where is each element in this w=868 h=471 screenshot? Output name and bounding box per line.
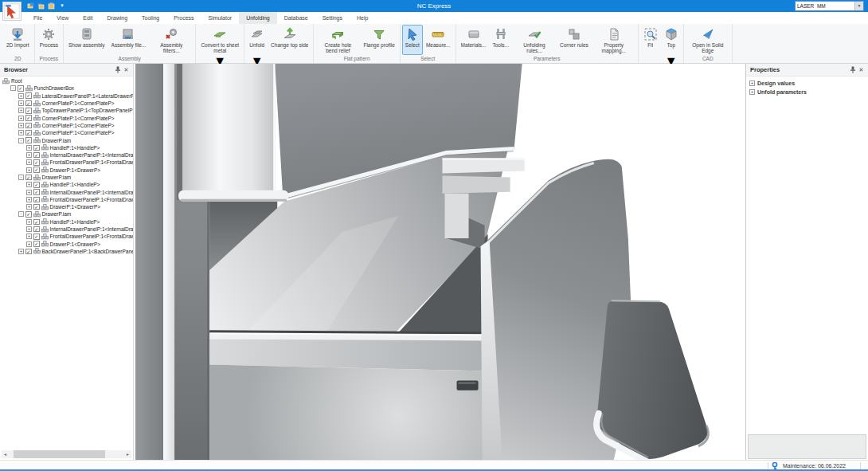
ribbon-button-measure[interactable]: Measure...	[423, 25, 454, 55]
tree-item-root[interactable]: Root	[0, 77, 133, 84]
tree-item-handlep[interactable]: +✓HandleP:1<HandleP>	[0, 144, 133, 151]
ribbon-button-convert-to-sheet-metal[interactable]: Convert to sheet metal ▼	[197, 25, 242, 69]
expand-icon[interactable]: +	[18, 93, 24, 99]
expand-icon[interactable]: +	[18, 116, 24, 121]
visibility-checkbox[interactable]: ✓	[33, 226, 40, 233]
tree-item-handlep[interactable]: +✓HandleP:1<HandleP>	[0, 218, 133, 226]
menu-tab-file[interactable]: File	[26, 12, 49, 24]
expand-icon[interactable]: +	[18, 123, 24, 128]
tree-item-internaldrawerpanelp[interactable]: +✓InternalDrawerPanelP:1<InternalDrawerP…	[0, 226, 133, 233]
visibility-checkbox[interactable]: ✓	[33, 219, 40, 226]
tree-item-backdrawerpanelp[interactable]: +✓BackDrawerPanelP:1<BackDrawerPanelP>	[0, 248, 133, 255]
pin-icon[interactable]	[113, 65, 122, 74]
scrollbar-thumb[interactable]	[14, 450, 105, 458]
visibility-checkbox[interactable]: ✓	[33, 197, 40, 203]
menu-tab-edit[interactable]: Edit	[76, 12, 100, 24]
close-icon[interactable]: ✕	[122, 65, 131, 74]
expand-icon[interactable]: +	[26, 197, 32, 202]
ribbon-button-open-in-solid-edge[interactable]: Open in Solid Edge	[686, 25, 730, 55]
horizontal-scrollbar[interactable]: ◄ ►	[2, 450, 131, 458]
menu-tab-settings[interactable]: Settings	[315, 12, 350, 24]
visibility-checkbox[interactable]: ✓	[25, 137, 32, 143]
expand-icon[interactable]: +	[26, 234, 32, 239]
menu-tab-view[interactable]: View	[49, 12, 76, 24]
properties-item-design-values[interactable]: + Design values	[749, 79, 868, 88]
collapse-icon[interactable]: -	[18, 138, 24, 143]
visibility-checkbox[interactable]: ✓	[25, 249, 32, 255]
collapse-icon[interactable]: -	[18, 175, 24, 180]
visibility-checkbox[interactable]: ✓	[33, 241, 40, 247]
properties-item-unfold-parameters[interactable]: + Unfold parameters	[749, 88, 868, 96]
tree-item-cornerplatep[interactable]: +✓CornerPlateP:1<CornerPlateP>	[0, 122, 133, 129]
ribbon-button-2d-import[interactable]: 2D Import	[3, 25, 33, 55]
expand-icon[interactable]: +	[18, 100, 24, 106]
ribbon-button-assembly-filters[interactable]: Assembly filters...	[149, 25, 194, 55]
expand-icon[interactable]: +	[26, 152, 32, 158]
tree-item-drawerp-iam[interactable]: -✓DrawerP.iam	[0, 210, 133, 218]
visibility-checkbox[interactable]: ✓	[33, 204, 40, 210]
expand-icon[interactable]: +	[26, 219, 32, 225]
visibility-checkbox[interactable]: ✓	[25, 100, 32, 107]
visibility-checkbox[interactable]: ✓	[25, 123, 32, 129]
ribbon-button-create-hole-bend-relief[interactable]: Create hole bend relief	[315, 25, 360, 55]
expand-icon[interactable]: +	[26, 167, 32, 173]
expand-icon[interactable]: +	[18, 130, 24, 135]
tree-item-cornerplatep[interactable]: +✓CornerPlateP:1<CornerPlateP>	[0, 100, 133, 107]
tree-item-drawerp[interactable]: +✓DrawerP:1<DrawerP>	[0, 203, 133, 210]
visibility-checkbox[interactable]: ✓	[33, 167, 40, 173]
tree-item-drawerp[interactable]: +✓DrawerP:1<DrawerP>	[0, 241, 133, 248]
tree-item-drawerp-iam[interactable]: -✓DrawerP.iam	[0, 136, 133, 143]
ribbon-button-top[interactable]: Top ▼	[661, 25, 682, 69]
chevron-down-icon[interactable]: ▼	[854, 2, 863, 10]
expand-icon[interactable]: +	[26, 226, 32, 232]
ribbon-button-corner-rules[interactable]: Corner rules	[557, 25, 592, 55]
ribbon-button-change-top-side[interactable]: Change top side	[268, 25, 311, 55]
visibility-checkbox[interactable]: ✓	[25, 211, 32, 218]
expand-icon[interactable]: +	[749, 89, 755, 95]
pin-icon[interactable]	[848, 65, 857, 74]
expand-icon[interactable]: +	[26, 145, 32, 151]
menu-tab-drawing[interactable]: Drawing	[100, 12, 135, 24]
tree-item-lateraldrawerpanelp[interactable]: +✓LateralDrawerPanelP:1<LateralDrawerPan…	[0, 92, 133, 100]
close-icon[interactable]: ✕	[857, 65, 866, 74]
menu-tab-simulator[interactable]: Simulator	[201, 12, 240, 24]
ribbon-button-unfolding-rules[interactable]: Unfolding rules...	[512, 25, 557, 55]
expand-icon[interactable]: +	[18, 108, 24, 113]
tree-item-cornerplatep[interactable]: +✓CornerPlateP:1<CornerPlateP>	[0, 114, 133, 121]
collapse-icon[interactable]: -	[10, 85, 16, 91]
menu-tab-tooling[interactable]: Tooling	[135, 12, 166, 24]
ribbon-button-process[interactable]: Process	[37, 25, 61, 55]
viewport-3d-model[interactable]	[135, 64, 745, 460]
tree-item-drawerp-iam[interactable]: -✓DrawerP.iam	[0, 174, 133, 181]
ribbon-button-property-mapping[interactable]: Property mapping...	[592, 25, 636, 55]
tree-item-topdrawerpanelp[interactable]: +✓TopDrawerPanelP:1<TopDrawerPanelP>	[0, 107, 133, 114]
visibility-checkbox[interactable]: ✓	[33, 145, 40, 151]
tree-item-internaldrawerpanelp[interactable]: +✓InternalDrawerPanelP:1<InternalDrawerP…	[0, 151, 133, 159]
tree-item-internaldrawerpanelp[interactable]: +✓InternalDrawerPanelP:1<InternalDrawerP…	[0, 188, 133, 195]
visibility-checkbox[interactable]: ✓	[25, 130, 32, 136]
visibility-checkbox[interactable]: ✓	[25, 92, 32, 99]
ribbon-button-unfold[interactable]: Unfold ▼	[246, 25, 268, 69]
ribbon-button-tools[interactable]: Tools...	[489, 25, 512, 55]
expand-icon[interactable]: +	[26, 204, 32, 210]
tree-item-cornerplatep[interactable]: +✓CornerPlateP:1<CornerPlateP>	[0, 129, 133, 136]
tree-item-frontaldrawerpanelp[interactable]: +✓FrontalDrawerPanelP:1<FrontalDrawerPan…	[0, 159, 133, 166]
visibility-checkbox[interactable]: ✓	[25, 115, 32, 121]
visibility-checkbox[interactable]: ✓	[25, 108, 32, 114]
app-logo[interactable]	[2, 2, 22, 21]
scroll-left-icon[interactable]: ◄	[2, 450, 9, 458]
visibility-checkbox[interactable]: ✓	[33, 234, 40, 240]
tree-item-punchdrawerbox[interactable]: -✓PunchDrawerBox	[0, 84, 133, 92]
expand-icon[interactable]: +	[18, 249, 24, 254]
ribbon-button-assembly-file[interactable]: Assembly file...	[108, 25, 150, 55]
tree-item-frontaldrawerpanelp[interactable]: +✓FrontalDrawerPanelP:1<FrontalDrawerPan…	[0, 196, 133, 203]
expand-icon[interactable]: +	[26, 190, 32, 195]
expand-icon[interactable]: +	[26, 159, 32, 165]
profile-selector[interactable]: LASER_MM ▼	[795, 1, 864, 11]
menu-tab-unfolding[interactable]: Unfolding	[239, 12, 277, 24]
visibility-checkbox[interactable]: ✓	[18, 85, 24, 92]
visibility-checkbox[interactable]: ✓	[25, 175, 32, 181]
ribbon-button-materials[interactable]: Materials...	[458, 25, 490, 55]
ribbon-button-fit[interactable]: Fit	[640, 25, 661, 55]
visibility-checkbox[interactable]: ✓	[33, 159, 40, 166]
